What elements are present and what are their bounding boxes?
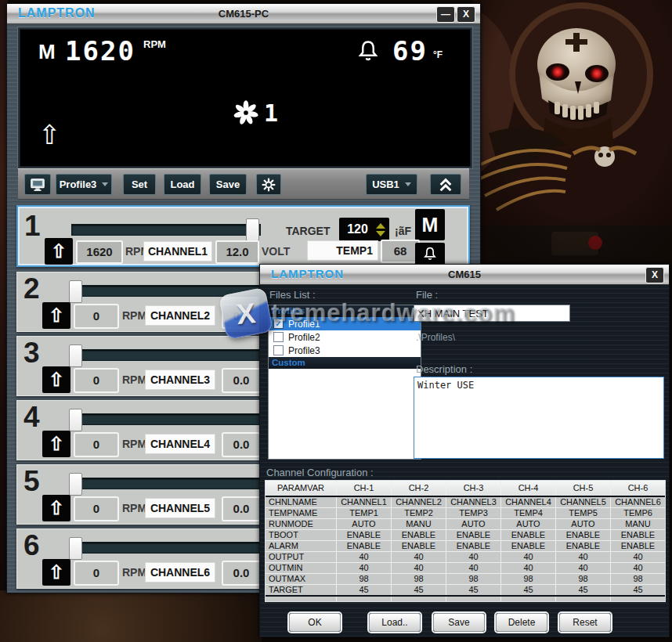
channel-3-arrow-button[interactable]: ⇧ xyxy=(42,366,70,393)
config-cell[interactable]: AUTO xyxy=(337,519,391,529)
config-cell[interactable]: CHANNEL2 xyxy=(392,497,446,507)
channel-slider-thumb[interactable] xyxy=(69,280,82,303)
config-cell[interactable]: 40 xyxy=(337,552,391,562)
config-cell[interactable]: CHANNEL6 xyxy=(611,497,665,507)
config-cell[interactable]: CHANNEL1 xyxy=(337,497,391,507)
file-item-profile3[interactable]: Profile3 xyxy=(269,344,421,357)
config-cell[interactable]: TEMP2 xyxy=(392,508,446,518)
collapse-button[interactable] xyxy=(430,174,461,195)
config-cell[interactable]: 40 xyxy=(556,563,610,573)
file-item-profile2[interactable]: Profile2 xyxy=(269,330,421,344)
config-cell[interactable]: 40 xyxy=(556,552,610,562)
config-cell[interactable]: 40 xyxy=(611,552,665,562)
config-cell[interactable]: ENABLE xyxy=(611,530,665,540)
file-item-profile1[interactable]: ✓Profile1 xyxy=(269,317,421,330)
dialog-load-button[interactable]: Load.. xyxy=(369,613,421,632)
config-cell[interactable]: ENABLE xyxy=(556,530,610,540)
config-cell[interactable]: ENABLE xyxy=(446,530,500,540)
dialog-close-button[interactable]: X xyxy=(645,267,664,283)
channel-slider-thumb[interactable] xyxy=(69,344,82,367)
config-cell[interactable]: 40 xyxy=(392,563,446,573)
save-button[interactable]: Save xyxy=(209,174,247,195)
config-cell[interactable]: TEMP1 xyxy=(337,508,391,518)
channel-1-slider-track[interactable] xyxy=(71,224,261,236)
monitor-button[interactable] xyxy=(24,174,51,195)
config-cell[interactable]: ENABLE xyxy=(392,530,446,540)
channel-4-arrow-button[interactable]: ⇧ xyxy=(42,431,70,457)
channel-1-mode-badge[interactable]: M xyxy=(415,209,445,240)
config-cell[interactable]: 40 xyxy=(337,563,391,573)
channel-slider-thumb[interactable] xyxy=(69,537,82,560)
config-cell[interactable]: 40 xyxy=(446,552,500,562)
config-cell[interactable]: ENABLE xyxy=(392,541,446,551)
description-textarea[interactable]: Winter USE xyxy=(414,377,664,459)
config-cell[interactable]: AUTO xyxy=(446,519,500,529)
config-cell[interactable]: 45 xyxy=(392,585,446,595)
config-param-chnlname: CHNLNAME xyxy=(266,497,336,507)
config-cell[interactable]: 40 xyxy=(501,552,555,562)
config-cell[interactable]: CHANNEL3 xyxy=(446,497,500,507)
config-cell[interactable]: 45 xyxy=(501,585,555,595)
config-cell[interactable]: 98 xyxy=(611,574,665,584)
config-cell[interactable]: TEMP6 xyxy=(611,508,665,518)
config-cell[interactable]: MANU xyxy=(611,519,665,529)
file-name-input[interactable] xyxy=(414,305,570,322)
config-cell[interactable]: 98 xyxy=(337,574,391,584)
load-button[interactable]: Load xyxy=(164,174,201,195)
config-cell[interactable]: 45 xyxy=(337,585,391,595)
config-cell[interactable]: 45 xyxy=(556,585,610,595)
spinner-arrows-icon[interactable] xyxy=(376,223,385,236)
dialog-save-button[interactable]: Save xyxy=(433,613,485,632)
config-cell[interactable]: 98 xyxy=(556,574,610,584)
config-cell[interactable]: ENABLE xyxy=(446,541,500,551)
dialog-ok-button[interactable]: OK xyxy=(289,613,341,632)
config-cell[interactable]: 40 xyxy=(611,563,665,573)
set-button[interactable]: Set xyxy=(123,174,156,195)
config-cell[interactable]: 98 xyxy=(501,574,555,584)
files-list[interactable]: Profiles✓Profile1Profile2Profile3Custom xyxy=(268,305,421,460)
checkbox-unchecked-icon[interactable] xyxy=(273,345,284,355)
config-cell[interactable]: 40 xyxy=(501,563,555,573)
config-cell[interactable]: 40 xyxy=(392,552,446,562)
config-cell[interactable]: ENABLE xyxy=(611,541,665,551)
close-button[interactable]: X xyxy=(457,6,475,23)
config-cell[interactable]: 45 xyxy=(611,585,665,595)
checkbox-unchecked-icon[interactable] xyxy=(273,332,284,342)
channel-2-arrow-button[interactable]: ⇧ xyxy=(42,302,70,329)
profile-select[interactable]: Profile3 xyxy=(56,174,112,195)
channel-slider-thumb[interactable] xyxy=(69,409,82,431)
config-cell[interactable]: TEMP3 xyxy=(446,508,500,518)
config-cell[interactable]: TEMP4 xyxy=(501,508,555,518)
config-cell[interactable]: AUTO xyxy=(556,519,610,529)
channel-5-arrow-button[interactable]: ⇧ xyxy=(42,495,70,521)
dialog-delete-button[interactable]: Delete xyxy=(496,613,547,632)
channel-6-rpm-value: 0 xyxy=(74,561,119,586)
usb-select[interactable]: USB1 xyxy=(366,174,417,195)
config-cell[interactable]: TEMP5 xyxy=(556,508,610,518)
config-cell[interactable]: 40 xyxy=(446,563,500,573)
channel-6-arrow-button[interactable]: ⇧ xyxy=(42,559,70,586)
config-cell[interactable]: ENABLE xyxy=(501,541,555,551)
config-cell[interactable]: AUTO xyxy=(501,519,555,529)
config-cell[interactable]: ENABLE xyxy=(337,530,391,540)
config-cell[interactable]: 98 xyxy=(446,574,500,584)
target-spinner[interactable]: 120 xyxy=(339,218,389,241)
channel-1-slider-thumb[interactable] xyxy=(246,218,259,241)
channel-1-alarm-button[interactable] xyxy=(415,243,445,266)
settings-button[interactable] xyxy=(256,174,281,195)
checkbox-checked-icon[interactable]: ✓ xyxy=(273,319,284,329)
config-cell[interactable]: 45 xyxy=(446,585,500,595)
config-cell[interactable]: CHANNEL5 xyxy=(556,497,610,507)
channel-slider-thumb[interactable] xyxy=(69,473,82,496)
config-cell[interactable]: ENABLE xyxy=(556,541,610,551)
config-cell[interactable]: MANU xyxy=(392,519,446,529)
config-cell[interactable]: 98 xyxy=(392,574,446,584)
config-cell[interactable]: CHANNEL4 xyxy=(501,497,555,507)
channel-1-rpm-value: 1620 xyxy=(76,240,123,264)
config-cell[interactable]: ENABLE xyxy=(337,541,391,551)
channel-1-arrow-button[interactable]: ⇧ xyxy=(45,238,73,265)
dialog-reset-button[interactable]: Reset xyxy=(559,613,611,632)
minimize-button[interactable]: — xyxy=(436,6,455,23)
channel-6-name: CHANNEL6 xyxy=(145,562,215,582)
config-cell[interactable]: ENABLE xyxy=(501,530,555,540)
